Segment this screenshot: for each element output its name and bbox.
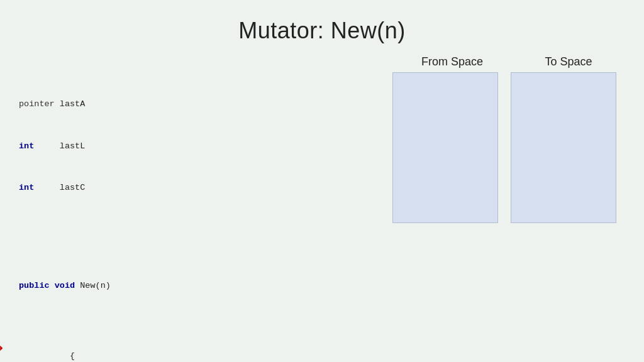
to-space-box (511, 72, 616, 223)
arrow-icon: ➔ (0, 343, 3, 356)
code-line-blank1 (19, 223, 392, 237)
code-line-open-brace: ➔{ (19, 335, 392, 362)
slide-title: Mutator: New(n) (0, 0, 644, 50)
from-space-box (392, 72, 498, 223)
code-line-pointer: pointer lastA (19, 97, 392, 111)
from-space-label: From Space (399, 55, 506, 69)
spaces-boxes (392, 72, 619, 223)
code-line-int-lastL: int lastL (19, 140, 392, 153)
code-line-func-sig: public void New(n) (19, 279, 392, 293)
spaces-labels: From Space To Space (392, 55, 619, 69)
to-space-label: To Space (518, 55, 619, 69)
code-line-int-lastC: int lastC (19, 181, 392, 195)
